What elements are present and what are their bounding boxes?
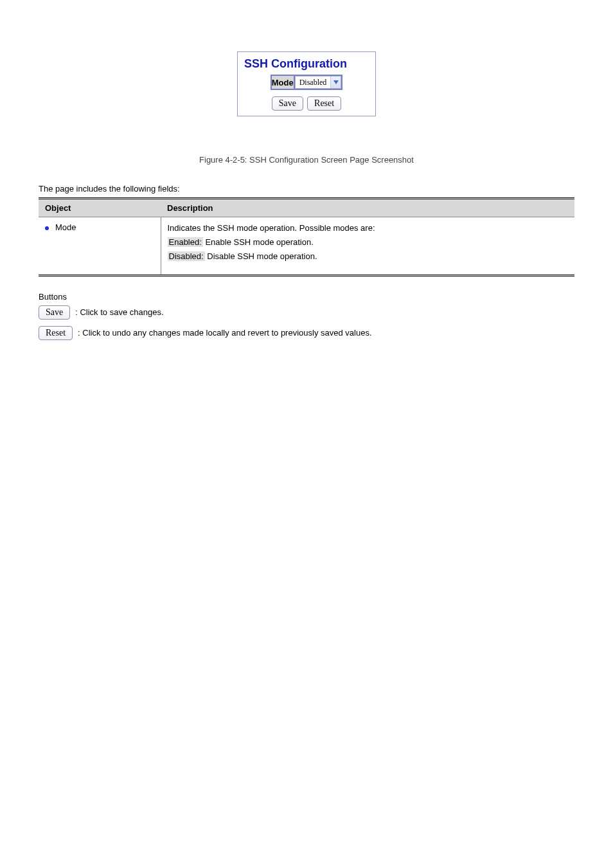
save-description: : Click to save changes. (75, 307, 163, 317)
bullet-icon (45, 226, 49, 230)
object-name: Mode (55, 222, 76, 232)
reset-description: : Click to undo any changes made locally… (78, 328, 371, 338)
figure-caption: Figure 4-2-5: SSH Configuration Screen P… (39, 155, 574, 165)
col-header-object: Object (39, 199, 161, 217)
figure-mode-table: Mode Disabled (271, 75, 343, 90)
desc-disabled: Disabled: Disable SSH mode operation. (168, 251, 569, 262)
figure-title: SSH Configuration (242, 56, 371, 75)
disabled-text: Disable SSH mode operation. (205, 251, 317, 261)
table-intro: The page includes the following fields: (39, 184, 574, 194)
col-header-description: Description (161, 199, 574, 217)
desc-line-1: Indicates the SSH mode operation. Possib… (168, 222, 569, 234)
chevron-down-icon (330, 77, 341, 88)
ssh-config-figure: SSH Configuration Mode Disabled Save Res… (237, 51, 376, 116)
fields-table: Object Description Mode Indicates the SS… (39, 197, 574, 276)
table-row: Mode Indicates the SSH mode operation. P… (39, 217, 574, 276)
mode-select-value: Disabled (296, 78, 331, 87)
figure-reset-button[interactable]: Reset (307, 96, 341, 111)
enabled-label: Enabled: (168, 237, 203, 247)
figure-save-button[interactable]: Save (272, 96, 303, 111)
buttons-heading: Buttons (39, 292, 574, 302)
desc-enabled: Enabled: Enable SSH mode operation. (168, 237, 569, 248)
buttons-section: Buttons Save : Click to save changes. Re… (39, 292, 574, 340)
save-button[interactable]: Save (39, 305, 70, 320)
disabled-label: Disabled: (168, 251, 205, 261)
enabled-text: Enable SSH mode operation. (203, 237, 314, 247)
mode-select[interactable]: Disabled (295, 76, 342, 89)
mode-label: Mode (271, 75, 294, 89)
reset-button[interactable]: Reset (39, 326, 73, 340)
